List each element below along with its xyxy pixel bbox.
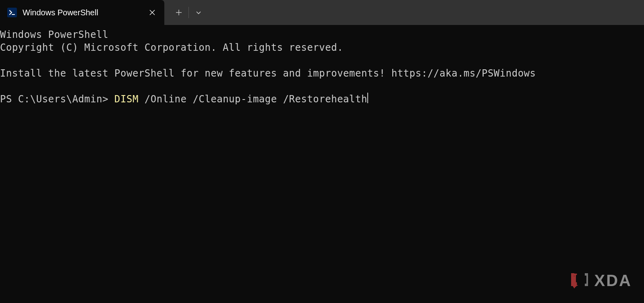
svg-rect-4 <box>585 273 588 276</box>
svg-rect-5 <box>586 276 588 284</box>
svg-marker-3 <box>573 286 576 288</box>
svg-rect-0 <box>571 273 574 276</box>
powershell-icon <box>7 8 17 17</box>
plus-icon <box>176 9 182 16</box>
prompt-line: PS C:\Users\Admin> DISM /Online /Cleanup… <box>0 93 644 106</box>
prompt-path: PS C:\Users\Admin> <box>0 93 114 106</box>
new-tab-button[interactable] <box>169 0 188 25</box>
close-icon <box>149 10 155 15</box>
svg-rect-6 <box>585 284 588 286</box>
tab-title: Windows PowerShell <box>23 8 147 17</box>
blank-line <box>0 54 644 67</box>
tab-actions <box>164 0 208 25</box>
svg-rect-2 <box>571 284 574 286</box>
xda-logo-icon <box>570 270 590 291</box>
svg-rect-1 <box>571 276 573 284</box>
install-message: Install the latest PowerShell for new fe… <box>0 67 644 80</box>
title-bar: Windows PowerShell <box>0 0 644 25</box>
active-tab[interactable]: Windows PowerShell <box>0 0 164 25</box>
command-args: /Online /Cleanup-image /Restorehealth <box>139 93 367 106</box>
command-name: DISM <box>114 93 139 106</box>
terminal-output[interactable]: Windows PowerShell Copyright (C) Microso… <box>0 25 644 106</box>
chevron-down-icon <box>196 10 201 15</box>
tab-close-button[interactable] <box>147 7 158 18</box>
tab-dropdown-button[interactable] <box>189 0 208 25</box>
copyright-line: Copyright (C) Microsoft Corporation. All… <box>0 41 644 54</box>
text-cursor <box>367 93 368 103</box>
banner-line: Windows PowerShell <box>0 28 644 41</box>
xda-watermark: XDA <box>570 270 632 291</box>
xda-logo-text: XDA <box>594 272 632 290</box>
blank-line <box>0 80 644 93</box>
